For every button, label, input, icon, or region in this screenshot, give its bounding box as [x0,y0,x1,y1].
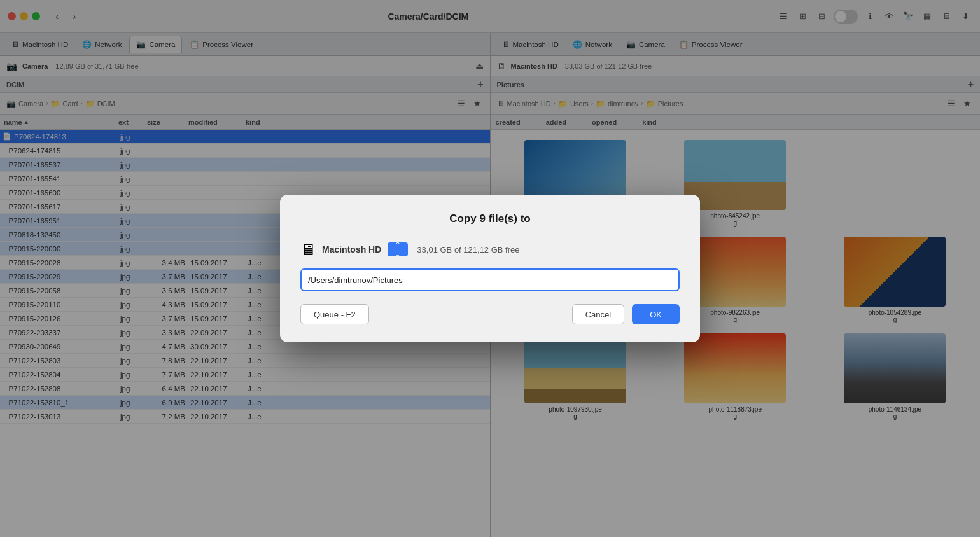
modal-buttons: Queue - F2 Cancel OK [300,304,680,324]
modal-disk-name: Macintosh HD [322,244,381,255]
modal-disk-icon: 🖥 [300,241,316,258]
destination-path-input[interactable] [300,268,680,291]
modal-disk-row: 🖥 Macintosh HD ⌃⌄ 33,01 GB of 121,12 GB … [300,241,680,258]
copy-dialog: Copy 9 file(s) to 🖥 Macintosh HD ⌃⌄ 33,0… [280,195,700,342]
modal-title: Copy 9 file(s) to [300,213,680,225]
ok-button[interactable]: OK [632,304,680,324]
chevron-icon: ⌃⌄ [395,241,401,258]
modal-overlay: Copy 9 file(s) to 🖥 Macintosh HD ⌃⌄ 33,0… [0,0,980,537]
queue-button[interactable]: Queue - F2 [300,304,369,324]
disk-dropdown[interactable]: ⌃⌄ [388,242,408,256]
cancel-button[interactable]: Cancel [572,304,624,324]
modal-disk-space: 33,01 GB of 121,12 GB free [417,245,519,255]
